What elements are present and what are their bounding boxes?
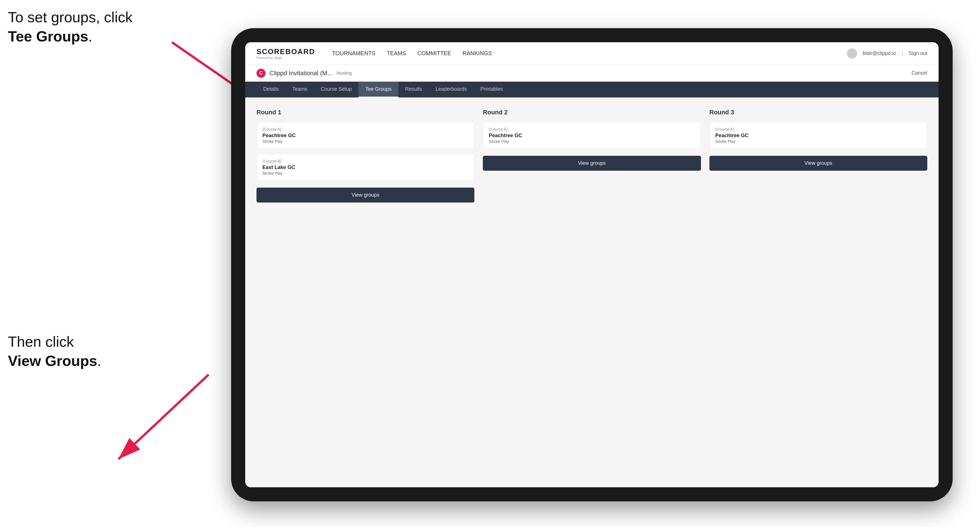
instruction-top-bold: Tee Groups bbox=[8, 28, 88, 44]
sign-out-link[interactable]: Sign out bbox=[909, 51, 927, 56]
tab-details[interactable]: Details bbox=[256, 82, 285, 97]
round-3-column: Round 3 (Course A) Peachtree GC Stroke P… bbox=[710, 109, 927, 203]
tournament-title: C Clippd Invitational (M... Hosting bbox=[256, 69, 352, 78]
instruction-bottom-period: . bbox=[97, 352, 101, 369]
round-2-title: Round 2 bbox=[483, 109, 701, 116]
instruction-bottom-bold: View Groups bbox=[8, 352, 97, 369]
tab-teams[interactable]: Teams bbox=[285, 82, 314, 97]
nav-teams[interactable]: TEAMS bbox=[387, 50, 406, 57]
round-2-course-a-format: Stroke Play bbox=[489, 139, 695, 144]
tournament-header: C Clippd Invitational (M... Hosting Canc… bbox=[245, 65, 939, 82]
round-3-course-a-card: (Course A) Peachtree GC Stroke Play bbox=[710, 122, 927, 149]
main-content: Round 1 (Course A) Peachtree GC Stroke P… bbox=[245, 97, 939, 487]
nav-committee[interactable]: COMMITTEE bbox=[417, 50, 451, 57]
instruction-bottom: Then click View Groups. bbox=[8, 332, 101, 370]
round-1-course-b-format: Stroke Play bbox=[262, 171, 468, 176]
tab-bar: Details Teams Course Setup Tee Groups Re… bbox=[245, 82, 939, 97]
logo-text: SCOREBOARD bbox=[256, 47, 315, 56]
arrow-bottom bbox=[110, 366, 223, 473]
tablet-screen: SCOREBOARD Powered by clippit TOURNAMENT… bbox=[245, 42, 939, 487]
round-2-course-a-name: Peachtree GC bbox=[489, 133, 695, 138]
cancel-button[interactable]: Cancel bbox=[912, 70, 927, 76]
nav-left: SCOREBOARD Powered by clippit TOURNAMENT… bbox=[256, 47, 492, 59]
round-1-course-b-name: East Lake GC bbox=[262, 165, 468, 170]
nav-links: TOURNAMENTS TEAMS COMMITTEE RANKINGS bbox=[332, 50, 492, 57]
tablet-frame: SCOREBOARD Powered by clippit TOURNAMENT… bbox=[231, 28, 953, 502]
round-1-course-a-name: Peachtree GC bbox=[262, 133, 468, 138]
round-2-course-a-label: (Course A) bbox=[489, 127, 695, 132]
nav-right: blair@clippd.io | Sign out bbox=[847, 48, 927, 59]
rounds-container: Round 1 (Course A) Peachtree GC Stroke P… bbox=[256, 109, 927, 203]
round-1-title: Round 1 bbox=[256, 109, 474, 116]
round-3-course-a-format: Stroke Play bbox=[715, 139, 921, 144]
round-3-title: Round 3 bbox=[710, 109, 927, 116]
round-1-course-b-card: (Course B) East Lake GC Stroke Play bbox=[256, 154, 474, 181]
round-3-view-groups-button[interactable]: View groups bbox=[710, 156, 927, 171]
round-3-course-a-label: (Course A) bbox=[715, 127, 921, 132]
round-2-view-groups-button[interactable]: View groups bbox=[483, 156, 701, 171]
tab-printables[interactable]: Printables bbox=[474, 82, 509, 97]
round-1-column: Round 1 (Course A) Peachtree GC Stroke P… bbox=[256, 109, 474, 203]
round-3-course-a-name: Peachtree GC bbox=[715, 133, 921, 138]
round-1-course-a-label: (Course A) bbox=[262, 127, 468, 132]
instruction-top-period: . bbox=[88, 28, 92, 44]
tab-tee-groups[interactable]: Tee Groups bbox=[358, 82, 398, 97]
user-avatar bbox=[847, 48, 857, 59]
instruction-bottom-line1: Then click bbox=[8, 333, 74, 350]
top-nav: SCOREBOARD Powered by clippit TOURNAMENT… bbox=[245, 42, 939, 65]
tab-results[interactable]: Results bbox=[398, 82, 429, 97]
instruction-top: To set groups, click Tee Groups. bbox=[8, 8, 132, 46]
round-1-course-a-card: (Course A) Peachtree GC Stroke Play bbox=[256, 122, 474, 149]
user-email: blair@clippd.io bbox=[863, 51, 896, 56]
round-1-view-groups-button[interactable]: View groups bbox=[256, 187, 474, 203]
tournament-name: Clippd Invitational (M... bbox=[269, 70, 332, 77]
logo-area: SCOREBOARD Powered by clippit bbox=[256, 47, 315, 59]
tab-course-setup[interactable]: Course Setup bbox=[314, 82, 358, 97]
round-2-course-a-card: (Course A) Peachtree GC Stroke Play bbox=[483, 122, 701, 149]
instruction-top-line1: To set groups, click bbox=[8, 9, 132, 25]
round-1-course-b-label: (Course B) bbox=[262, 159, 468, 163]
nav-tournaments[interactable]: TOURNAMENTS bbox=[332, 50, 375, 57]
svg-line-3 bbox=[118, 375, 208, 459]
round-2-column: Round 2 (Course A) Peachtree GC Stroke P… bbox=[483, 109, 701, 203]
hosting-badge: Hosting bbox=[337, 71, 352, 76]
nav-rankings[interactable]: RANKINGS bbox=[463, 50, 492, 57]
tournament-logo: C bbox=[256, 69, 266, 78]
round-1-course-a-format: Stroke Play bbox=[262, 139, 468, 144]
tab-leaderboards[interactable]: Leaderboards bbox=[429, 82, 474, 97]
logo-sub: Powered by clippit bbox=[256, 56, 282, 59]
